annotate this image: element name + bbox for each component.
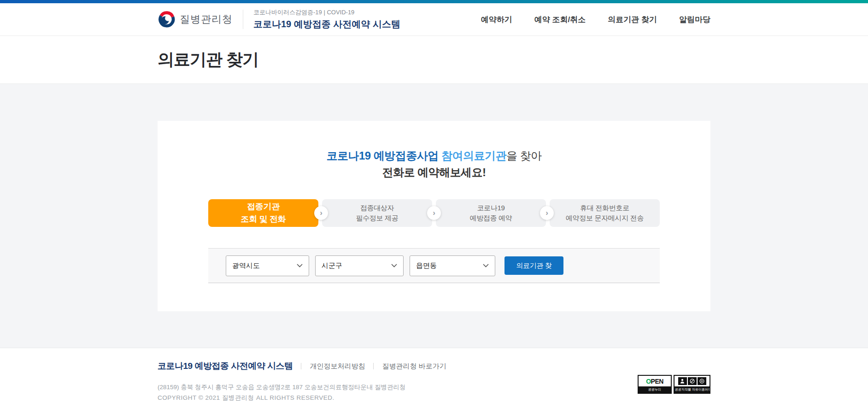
step-1-line2: 조회 및 전화 [241, 213, 286, 225]
content-section: 코로나19 예방접종사업 참여의료기관을 찾아 전화로 예약해보세요! 접종기관… [0, 83, 868, 348]
nav-item-find-institution[interactable]: 의료기관 찾기 [608, 14, 657, 25]
footer-link-kdca[interactable]: 질병관리청 바로가기 [382, 362, 446, 371]
step-2-line2: 필수정보 제공 [356, 213, 398, 224]
chevron-right-icon: › [540, 206, 554, 220]
top-gradient-bar [0, 0, 868, 3]
headline-line1: 코로나19 예방접종사업 참여의료기관을 찾아 [158, 148, 710, 164]
nav-item-notice[interactable]: 알림마당 [679, 14, 710, 25]
open-badge-label: 공공누리 [639, 386, 671, 393]
logo-text: 질병관리청 [180, 12, 233, 26]
main-nav: 예약하기 예약 조회/취소 의료기관 찾기 알림마당 [481, 14, 710, 25]
select-town[interactable]: 읍면동 [410, 255, 495, 276]
headline-part2: 참여의료기관 [441, 149, 506, 162]
footer-link-privacy[interactable]: 개인정보처리방침 [310, 362, 365, 371]
kogl-license-badge: 공공저작물 자유이용허락 [674, 375, 710, 394]
kogl-attribution-icon [678, 377, 687, 385]
chevron-down-icon [483, 264, 489, 267]
chevron-right-icon: › [427, 206, 441, 220]
select-province[interactable]: 광역시도 [226, 255, 309, 276]
header: 질병관리청 코로나바이러스감염증-19 | COVID-19 코로나19 예방접… [0, 3, 868, 36]
select-district-value: 시군구 [322, 261, 342, 270]
page-title: 의료기관 찾기 [158, 50, 258, 69]
step-1-line1: 접종기관 [247, 201, 280, 213]
step-2-line1: 접종대상자 [360, 203, 394, 213]
footer-copyright: COPYRIGHT © 2021 질병관리청 ALL RIGHTS RESERV… [158, 394, 710, 402]
kogl-no-commercial-icon [688, 377, 697, 385]
headline-line2: 전화로 예약해보세요! [158, 164, 710, 181]
content-card: 코로나19 예방접종사업 참여의료기관을 찾아 전화로 예약해보세요! 접종기관… [158, 121, 710, 311]
footer-links-row: 코로나19 예방접종 사전예약 시스템 개인정보처리방침 질병관리청 바로가기 [158, 360, 710, 372]
nav-item-reserve[interactable]: 예약하기 [481, 14, 512, 25]
system-subtitle: 코로나바이러스감염증-19 | COVID-19 [253, 8, 400, 17]
process-steps: 접종기관 조회 및 전화 접종대상자 필수정보 제공 코로나19 예방접종 예약… [208, 199, 660, 227]
system-title-block: 코로나바이러스감염증-19 | COVID-19 코로나19 예방접종 사전예약… [253, 8, 400, 30]
open-badge-text: OPEN [646, 378, 663, 385]
kogl-license-label: 공공저작물 자유이용허락 [674, 386, 710, 393]
step-4-line2: 예약정보 문자메시지 전송 [566, 213, 644, 224]
step-1-find-and-call: 접종기관 조회 및 전화 [208, 199, 318, 227]
open-kogl-badge: OPEN 공공누리 [638, 375, 672, 394]
system-title: 코로나19 예방접종 사전예약 시스템 [253, 18, 400, 30]
footer: 코로나19 예방접종 사전예약 시스템 개인정보처리방침 질병관리청 바로가기 … [0, 348, 868, 415]
step-3-line2: 예방접종 예약 [469, 213, 512, 224]
step-3-line1: 코로나19 [477, 203, 504, 213]
step-3-make-reservation: 코로나19 예방접종 예약 [436, 199, 546, 227]
footer-divider [373, 363, 374, 369]
headline-part1: 코로나19 예방접종사업 [326, 149, 441, 162]
step-2-provide-info: 접종대상자 필수정보 제공 [322, 199, 432, 227]
headline: 코로나19 예방접종사업 참여의료기관을 찾아 전화로 예약해보세요! [158, 148, 710, 181]
certification-badges: OPEN 공공누리 공공저작물 자유이용허락 [638, 375, 710, 394]
chevron-down-icon [391, 264, 397, 267]
step-4-sms-confirmation: 휴대 전화번호로 예약정보 문자메시지 전송 [550, 199, 660, 227]
find-institution-button[interactable]: 의료기관 찾 [504, 256, 563, 275]
nav-item-lookup-cancel[interactable]: 예약 조회/취소 [534, 14, 586, 25]
kdca-logo[interactable]: 질병관리청 [158, 11, 233, 28]
header-divider [243, 10, 243, 29]
select-town-value: 읍면동 [416, 261, 437, 270]
headline-part3: 을 찾아 [506, 149, 542, 162]
step-4-line1: 휴대 전화번호로 [580, 203, 629, 213]
chevron-down-icon [297, 264, 303, 267]
footer-system-title[interactable]: 코로나19 예방접종 사전예약 시스템 [158, 360, 293, 372]
select-district[interactable]: 시군구 [315, 255, 404, 276]
region-search-bar: 광역시도 시군구 읍면동 의료기관 찾 [208, 248, 660, 283]
page-title-band: 의료기관 찾기 [0, 36, 868, 83]
footer-divider [301, 363, 301, 369]
select-province-value: 광역시도 [232, 261, 260, 270]
chevron-right-icon: › [314, 206, 328, 220]
kdca-emblem-icon [158, 11, 175, 28]
kogl-no-derivatives-icon [698, 377, 706, 385]
footer-address: (28159) 충북 청주시 흥덕구 오송읍 오송생명2로 187 오송보건의료… [158, 383, 710, 391]
